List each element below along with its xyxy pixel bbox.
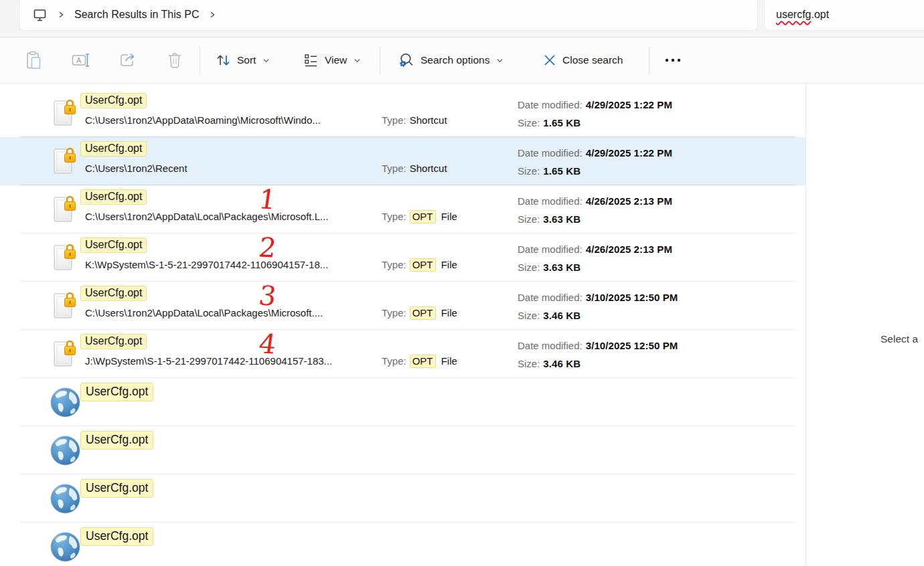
file-icon-slot: [48, 433, 82, 468]
chevron-down-icon: [262, 57, 270, 64]
file-path: K:\WpSystem\S-1-5-21-2997017442-11069041…: [85, 259, 328, 270]
close-search-button[interactable]: Close search: [542, 37, 623, 83]
search-result-row[interactable]: UserCfg.opt J:\WpSystem\S-1-5-21-2997017…: [0, 330, 805, 378]
breadcrumb-chevron-icon[interactable]: [208, 11, 216, 19]
file-meta: Date modified:4/26/2025 2:13 PM Size:3.6…: [518, 192, 672, 228]
toolbar-separator: [649, 46, 649, 74]
delete-button[interactable]: [166, 37, 183, 83]
preview-pane-divider: [805, 84, 806, 566]
type-highlight: OPT: [410, 355, 436, 368]
file-lock-icon: [51, 96, 79, 130]
file-icon-slot: [48, 144, 82, 179]
size-label: Size:: [518, 213, 540, 225]
breadcrumb-chevron-icon: [57, 11, 65, 19]
search-options-icon: [397, 52, 415, 70]
toolbar-separator: [380, 46, 380, 74]
search-result-row[interactable]: UserCfg.opt: [0, 523, 805, 566]
date-label: Date modified:: [518, 292, 583, 303]
type-label: Type:: [382, 259, 406, 270]
sort-button[interactable]: Sort: [215, 37, 270, 83]
file-type: Type:OPT File: [382, 259, 457, 270]
command-toolbar: A Sort View: [0, 37, 924, 84]
file-path: J:\WpSystem\S-1-5-21-2997017442-11069041…: [85, 355, 332, 367]
date-value: 4/29/2025 1:22 PM: [586, 99, 672, 110]
this-pc-monitor-icon[interactable]: [32, 7, 48, 23]
share-icon: [119, 51, 137, 70]
chevron-down-icon: [354, 57, 361, 64]
file-type: Type:OPT File: [382, 307, 457, 318]
size-value: 3.63 KB: [543, 262, 581, 273]
size-label: Size:: [518, 117, 540, 128]
file-meta: Date modified:4/26/2025 2:13 PM Size:3.6…: [518, 240, 672, 276]
search-result-row[interactable]: UserCfg.opt K:\WpSystem\S-1-5-21-2997017…: [0, 233, 805, 282]
view-button[interactable]: View: [303, 37, 361, 83]
globe-icon: [50, 531, 81, 563]
rename-button[interactable]: A: [71, 37, 91, 83]
close-x-icon: [542, 53, 557, 68]
file-name: UserCfg.opt: [80, 479, 153, 498]
search-result-row[interactable]: UserCfg.opt: [0, 426, 805, 474]
file-name: UserCfg.opt: [80, 286, 147, 301]
date-value: 3/10/2025 12:50 PM: [586, 340, 678, 351]
search-result-row[interactable]: UserCfg.opt: [0, 378, 805, 426]
size-label: Size:: [518, 165, 540, 177]
search-value-misspelled: usercfg: [776, 9, 811, 20]
type-value: File: [439, 259, 457, 270]
size-value: 3.46 KB: [543, 358, 581, 369]
search-options-button[interactable]: Search options: [397, 37, 504, 83]
file-icon-slot: [48, 288, 82, 323]
search-value-rest: .opt: [811, 9, 829, 20]
file-type: Type:Shortcut: [382, 114, 447, 126]
trash-icon: [166, 51, 183, 70]
file-lock-icon: [51, 337, 79, 371]
address-bar[interactable]: Search Results in This PC: [19, 0, 758, 31]
file-path: C:\Users\1ron2\AppData\Local\Packages\Mi…: [85, 211, 329, 222]
red-annotation: 2: [257, 233, 278, 261]
file-icon-slot: [48, 96, 82, 130]
file-name: UserCfg.opt: [80, 334, 147, 349]
size-label: Size:: [518, 310, 540, 321]
size-value: 1.65 KB: [543, 165, 581, 177]
search-result-row[interactable]: UserCfg.opt: [0, 474, 805, 523]
search-result-row[interactable]: UserCfg.opt C:\Users\1ron2\AppData\Local…: [0, 185, 805, 233]
more-options-button[interactable]: [664, 37, 683, 83]
size-value: 3.63 KB: [543, 213, 581, 225]
file-path: C:\Users\1ron2\AppData\Local\Packages\Mi…: [85, 307, 323, 318]
file-meta: Date modified:3/10/2025 12:50 PM Size:3.…: [518, 288, 678, 324]
file-meta: Date modified:4/29/2025 1:22 PM Size:1.6…: [518, 96, 672, 132]
file-lock-icon: [51, 289, 79, 322]
file-type: Type:OPT File: [382, 355, 457, 367]
type-label: Type:: [382, 211, 406, 222]
paste-button[interactable]: [25, 37, 43, 83]
type-highlight: OPT: [410, 306, 436, 320]
results-area: UserCfg.opt C:\Users\1ron2\AppData\Roami…: [0, 84, 924, 566]
file-icon-slot: [48, 337, 82, 371]
type-label: Type:: [382, 114, 406, 126]
date-value: 4/29/2025 1:22 PM: [586, 147, 672, 159]
file-icon-slot: [48, 240, 82, 275]
search-result-row[interactable]: UserCfg.opt C:\Users\1ron2\AppData\Roami…: [0, 89, 805, 137]
type-highlight: OPT: [410, 258, 436, 272]
type-value: File: [439, 211, 457, 222]
size-value: 3.46 KB: [543, 310, 581, 321]
search-input[interactable]: usercfg.opt: [764, 0, 924, 31]
red-annotation: 4: [257, 330, 278, 357]
type-value: File: [439, 307, 457, 318]
type-highlight: OPT: [410, 210, 436, 223]
file-name: UserCfg.opt: [80, 383, 153, 401]
breadcrumb-location[interactable]: Search Results in This PC: [74, 9, 199, 21]
search-result-row[interactable]: UserCfg.opt C:\Users\1ron2\AppData\Local…: [0, 282, 805, 330]
date-label: Date modified:: [518, 244, 583, 255]
type-label: Type:: [382, 163, 406, 174]
share-button[interactable]: [119, 37, 137, 83]
file-icon-slot: [48, 385, 82, 419]
file-type: Type:Shortcut: [382, 163, 447, 174]
globe-icon: [50, 483, 81, 514]
globe-icon: [50, 435, 81, 466]
file-name: UserCfg.opt: [80, 93, 147, 108]
type-label: Type:: [382, 355, 406, 367]
file-name: UserCfg.opt: [80, 238, 147, 253]
explorer-top-bar: Search Results in This PC usercfg.opt: [0, 0, 924, 37]
search-result-row[interactable]: UserCfg.opt C:\Users\1ron2\Recent Type:S…: [0, 137, 805, 185]
file-meta: Date modified:4/29/2025 1:22 PM Size:1.6…: [518, 144, 672, 180]
